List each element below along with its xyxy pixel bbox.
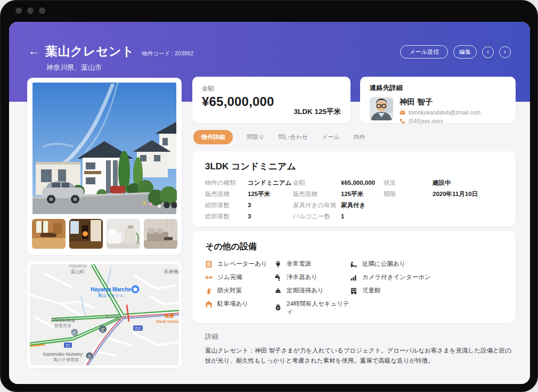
location-map[interactable]: 卍 文 文 217 27 Hayama 葉山町 石井牧場 Hayama Marc… xyxy=(30,264,179,365)
map-label-town-jp: 葉山町 xyxy=(71,269,85,274)
map-label-marche-en[interactable]: Hayama Marche xyxy=(91,287,132,292)
fire-extinguisher-icon xyxy=(205,287,213,295)
map-label-temple-jp[interactable]: 新善光寺 xyxy=(54,323,71,328)
detail-value: ¥65,000,000 xyxy=(341,179,375,186)
detail-value: 家具付き xyxy=(341,202,365,208)
edit-button[interactable]: 編集 xyxy=(453,45,477,59)
detail-value: 125平米 xyxy=(341,191,363,197)
detail-row: 家具付きの有無家具付き xyxy=(293,202,384,208)
detail-value: 建設中 xyxy=(433,179,451,186)
svg-text:文: 文 xyxy=(87,354,92,359)
property-details-title: 3LDK コンドミニアム xyxy=(205,160,503,173)
facility-item: 浄水器あり xyxy=(274,273,350,281)
map-label-steak-jp[interactable]: 角車 xyxy=(164,313,174,318)
intercom-icon xyxy=(350,274,357,281)
window-close-button[interactable] xyxy=(15,7,22,14)
map-label-farm: 石井牧場 xyxy=(164,269,179,274)
facility-item: 24時間有人セキュリティ xyxy=(274,300,350,316)
detail-value: 2020年11月10日 xyxy=(433,191,478,197)
facility-label: 防火対策 xyxy=(217,287,242,295)
map-label-nursery-en[interactable]: Kazenoko Nursery xyxy=(43,352,83,357)
facility-label: 駐車場あり xyxy=(217,300,248,308)
map-label-temple-en[interactable]: Shinzenkoji xyxy=(51,317,75,323)
contact-card: 連絡先詳細 神田 智子 xyxy=(360,77,516,123)
window-maximize-button[interactable] xyxy=(39,7,45,14)
description-section: 詳細 葉山クレセント：神田 智子さまが力を入れているプロジェクト。グローバルなお… xyxy=(205,332,513,366)
facility-label: 浄水器あり xyxy=(287,273,317,281)
facilities-card: その他の設備 エレベーターあり ジム完備 xyxy=(192,231,516,323)
next-property-button[interactable]: › xyxy=(499,46,511,58)
facility-item: 防火対策 xyxy=(205,287,274,295)
thumbnail-tatami-room[interactable] xyxy=(32,219,66,249)
elevator-icon xyxy=(205,260,213,268)
contact-name: 神田 智子 xyxy=(400,97,480,107)
detail-value: コンドミニアム xyxy=(248,179,291,186)
thumbnail-strip xyxy=(32,219,177,249)
tab-inquiries[interactable]: 問い合わせ xyxy=(278,133,308,141)
tab-property-details[interactable]: 物件詳細 xyxy=(193,130,233,144)
back-arrow-icon[interactable]: ← xyxy=(28,45,40,57)
contact-email: tomokokandatvb@zmail.com xyxy=(409,109,480,116)
detail-row: 販売面積125平米 xyxy=(205,191,293,197)
detail-value: 1 xyxy=(341,213,344,219)
svg-text:文: 文 xyxy=(101,328,105,332)
map-label-marche-jp[interactable]: 葉山マルシェ xyxy=(98,293,124,298)
cleaning-icon xyxy=(274,287,282,295)
page-title: 葉山クレセント xyxy=(45,43,134,60)
facility-label: カメラ付きインターホン xyxy=(362,273,431,281)
window-minimize-button[interactable] xyxy=(27,7,34,14)
detail-row: 販売面積125平米 xyxy=(293,191,384,197)
facility-label: ジム完備 xyxy=(217,273,242,281)
price-label: 金額 xyxy=(202,85,341,93)
facilities-column-2: 非常電源 浄水器あり 定期清掃あり xyxy=(274,260,350,316)
details-column-1: 物件の種類コンドミニアム 販売面積125平米 総部屋数3 総部屋数3 xyxy=(205,179,293,219)
price-card: 金額 ¥65,000,000 3LDK 125平米 xyxy=(192,77,350,123)
description-text: 葉山クレセント：神田 智子さまが力を入れているプロジェクト。グローバルなお客さま… xyxy=(205,346,513,366)
facility-label: 児童館 xyxy=(362,287,381,295)
detail-label: 金額 xyxy=(293,179,341,186)
detail-label: 販売面積 xyxy=(205,191,248,197)
contact-avatar xyxy=(370,97,393,120)
detail-label: 物件の種類 xyxy=(205,179,248,186)
thumbnail-white-sofa-room[interactable] xyxy=(107,219,140,249)
facility-item: 定期清掃あり xyxy=(274,287,350,295)
map-label-nursery-jp[interactable]: 風の子保育園 xyxy=(53,357,79,362)
tab-mail[interactable]: メール xyxy=(322,133,340,141)
contact-card-title: 連絡先詳細 xyxy=(370,84,506,93)
water-purifier-icon xyxy=(274,274,282,281)
facility-label: 24時間有人セキュリティ xyxy=(287,300,350,316)
detail-label: 家具付きの有無 xyxy=(293,202,341,208)
park-icon xyxy=(350,260,357,268)
main-property-photo[interactable] xyxy=(32,83,177,214)
detail-row: 総部屋数3 xyxy=(205,202,293,208)
facility-label: エレベーターあり xyxy=(217,260,267,268)
map-card: 卍 文 文 217 27 Hayama 葉山町 石井牧場 Hayama Marc… xyxy=(27,262,182,368)
send-mail-button[interactable]: メール送信 xyxy=(400,45,448,59)
photo-gallery-card xyxy=(27,78,182,255)
facility-item: 非常電源 xyxy=(274,260,350,268)
phone-icon xyxy=(400,118,405,124)
prev-property-button[interactable]: ‹ xyxy=(482,46,494,58)
contact-phone: (045)xxx-xxxx xyxy=(409,118,443,124)
window-controls xyxy=(15,7,45,14)
detail-value: 125平米 xyxy=(248,191,270,197)
facility-item: 児童館 xyxy=(350,287,446,295)
detail-row: 期限2020年11月10日 xyxy=(384,191,479,197)
thumbnail-beige-living-room[interactable] xyxy=(144,219,177,249)
facility-item: 駐車場あり xyxy=(205,300,274,308)
facilities-column-1: エレベーターあり ジム完備 防火対策 xyxy=(205,260,274,316)
thumbnail-fireplace-room[interactable] xyxy=(69,219,103,249)
map-label-steak-en[interactable]: Steak house xyxy=(156,319,178,324)
tab-floor-plan[interactable]: 間取り xyxy=(247,133,264,141)
map-label-town-en: Hayama xyxy=(69,264,87,268)
details-column-3: 状況建設中 期限2020年11月10日 xyxy=(384,179,479,219)
facility-item: カメラ付きインターホン xyxy=(350,273,446,281)
emergency-power-icon xyxy=(274,260,282,268)
detail-label: 総部屋数 xyxy=(205,202,248,208)
property-details-card: 3LDK コンドミニアム 物件の種類コンドミニアム 販売面積125平米 総部屋数… xyxy=(192,151,516,227)
tab-preview[interactable]: 内件 xyxy=(354,133,365,141)
description-label: 詳細 xyxy=(205,332,513,341)
app-body: ← 葉山クレセント 物件コード : 203992 神奈川県、葉山市 メール送信 … xyxy=(9,22,530,384)
route-shield-217: 217 xyxy=(135,326,141,330)
facility-item: エレベーターあり xyxy=(205,260,274,268)
